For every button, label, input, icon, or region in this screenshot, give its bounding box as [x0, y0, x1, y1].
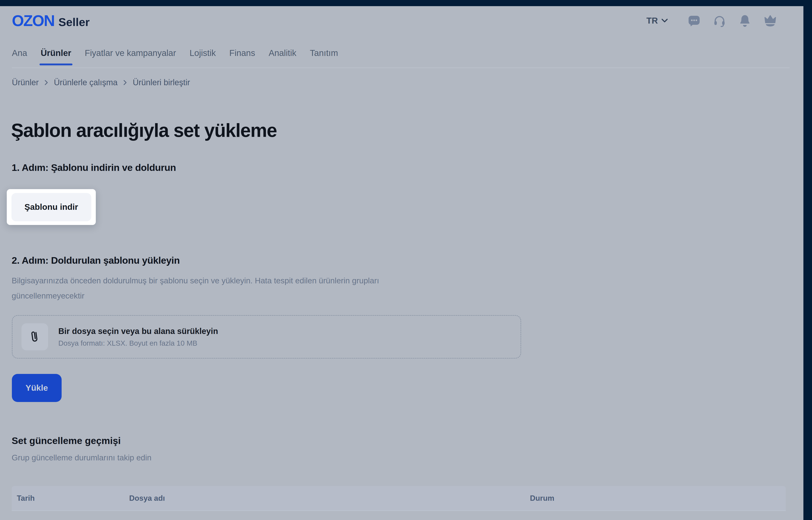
page-title: Şablon aracılığıyla set yükleme [11, 120, 277, 141]
chat-icon[interactable] [688, 14, 700, 27]
download-template-button[interactable]: Şablonu indir [11, 193, 91, 221]
dropzone-hint: Dosya formatı: XLSX. Boyut en fazla 10 M… [58, 339, 218, 347]
seller-logo-text: Seller [59, 16, 90, 29]
step2-description-line2: güncellenmeyecektir [12, 288, 379, 304]
history-table-header: Tarih Dosya adı Durum [12, 486, 786, 511]
main-nav: Ana Ürünler Fiyatlar ve kampanyalar Loji… [12, 48, 338, 66]
headset-icon[interactable] [713, 14, 726, 27]
tab-fiyatlar-ve-kampanyalar[interactable]: Fiyatlar ve kampanyalar [85, 48, 176, 66]
language-selector[interactable]: TR [646, 16, 668, 26]
step2-description-line1: Bilgisayarınızda önceden doldurulmuş bir… [12, 273, 379, 288]
dropzone-title: Bir dosya seçin veya bu alana sürükleyin [58, 327, 218, 336]
seller-page: OZON Seller TR [0, 6, 804, 520]
topbar-actions: TR [646, 14, 777, 28]
upload-button[interactable]: Yükle [12, 374, 62, 402]
column-header-date: Tarih [17, 494, 35, 502]
tab-finans[interactable]: Finans [229, 48, 255, 66]
bell-icon[interactable] [738, 14, 751, 27]
column-header-filename: Dosya adı [129, 494, 165, 502]
history-subtitle: Grup güncelleme durumlarını takip edin [12, 453, 151, 462]
breadcrumb-item-urunler[interactable]: Ürünler [12, 78, 39, 87]
breadcrumb: Ürünler Ürünlerle çalışma Ürünleri birle… [12, 78, 190, 87]
file-dropzone[interactable]: Bir dosya seçin veya bu alana sürükleyin… [12, 315, 521, 359]
dropzone-text: Bir dosya seçin veya bu alana sürükleyin… [58, 327, 218, 347]
column-header-status: Durum [530, 494, 554, 502]
ozon-logo-text: OZON [12, 13, 54, 28]
tab-ana[interactable]: Ana [12, 48, 27, 66]
tab-urunler[interactable]: Ürünler [41, 48, 71, 66]
tab-analitik[interactable]: Analitik [269, 48, 296, 66]
tab-tanitim[interactable]: Tanıtım [310, 48, 338, 66]
crown-icon[interactable] [764, 14, 777, 27]
ozon-seller-logo[interactable]: OZON Seller [12, 13, 90, 28]
step1-heading: 1. Adım: Şablonu indirin ve doldurun [12, 162, 176, 173]
chevron-right-icon [45, 80, 48, 85]
history-heading: Set güncelleme geçmişi [12, 435, 121, 446]
breadcrumb-item-urunleri-birlestir[interactable]: Ürünleri birleştir [133, 78, 190, 87]
paperclip-icon [22, 323, 48, 350]
nav-divider [12, 68, 790, 68]
breadcrumb-item-urunlerle-calisma[interactable]: Ürünlerle çalışma [54, 78, 117, 87]
step2-description: Bilgisayarınızda önceden doldurulmuş bir… [12, 273, 379, 304]
language-label: TR [646, 16, 658, 26]
tab-lojistik[interactable]: Lojistik [190, 48, 216, 66]
tutorial-spotlight: Şablonu indir [7, 189, 96, 225]
step2-heading: 2. Adım: Doldurulan şablonu yükleyin [12, 255, 180, 266]
chevron-down-icon [661, 19, 668, 23]
chevron-right-icon [123, 80, 127, 85]
